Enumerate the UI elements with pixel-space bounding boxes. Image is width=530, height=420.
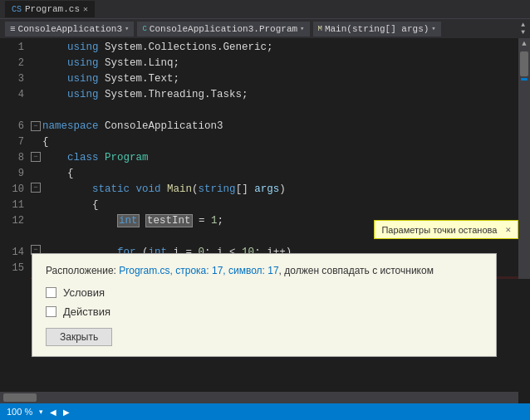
line-num-10: 10 [0,182,24,198]
conditions-label: Условия [63,286,105,299]
conditions-checkbox[interactable] [46,287,56,298]
popup-close-button[interactable]: Закрыть [46,328,112,346]
scroll-thumb[interactable] [520,51,528,76]
code-line-9: { [42,166,530,182]
collapse-column: − − − − [29,38,42,279]
scroll-down-icon[interactable]: ▼ [521,29,525,36]
breadcrumb-bar: ≡ ConsoleApplication3 ▾ C ConsoleApplica… [0,18,530,38]
file-tab[interactable]: CS Program.cs ✕ [5,1,95,17]
line-num-5 [0,103,24,119]
tab-filename: Program.cs [25,4,80,14]
scroll-up-icon[interactable]: ▲ [521,22,525,28]
breadcrumb-namespace-icon: ≡ [10,24,16,34]
scroll-position-indicator [521,78,528,81]
line-num-8: 8 [0,150,24,166]
line-num-16: 16 [0,276,24,279]
location-suffix: , должен совпадать с источником [279,265,434,276]
breadcrumb-method-chevron: ▾ [431,24,435,33]
line-numbers: 1 2 3 4 6 7 8 9 10 11 12 14 15 16 [0,38,29,279]
horizontal-scrollbar[interactable] [0,392,518,403]
actions-row: Действия [46,305,483,318]
actions-checkbox[interactable] [46,306,56,317]
popup-buttons: Закрыть [46,325,483,346]
code-line-4: using System.Threading.Tasks; [42,87,530,103]
breadcrumb-class-chevron: ▾ [300,24,304,33]
location-link[interactable]: Program.cs, строка: 17, символ: 17 [119,265,278,276]
line-num-6: 6 [0,119,24,134]
code-line-1: using System.Collections.Generic; [42,40,530,56]
code-line-10: static void Main(string[] args) [42,182,530,198]
breadcrumb-class-label: ConsoleApplication3.Program [150,24,297,34]
breadcrumb-namespace-label: ConsoleApplication3 [18,24,122,34]
line-num-13 [0,229,24,245]
code-line-11: { [42,198,530,213]
actions-label: Действия [63,305,110,318]
code-editor[interactable]: 1 2 3 4 6 7 8 9 10 11 12 14 15 16 − − − … [0,38,530,279]
line-num-14: 14 [0,245,24,261]
collapse-method[interactable]: − [31,183,41,193]
title-bar: CS Program.cs ✕ [0,0,530,18]
breadcrumb-scroll-buttons[interactable]: ▲ ▼ [521,22,525,36]
breakpoint-location: Расположение: Program.cs, строка: 17, си… [46,264,483,278]
scroll-up-button[interactable]: ▲ [522,38,526,50]
tab-close-button[interactable]: ✕ [83,4,88,14]
breakpoint-tooltip-text: Параметры точки останова [381,225,497,235]
scroll-right-button[interactable]: ▶ [63,408,70,417]
code-line-6: namespace ConsoleApplication3 [42,119,530,134]
breadcrumb-class[interactable]: C ConsoleApplication3.Program ▾ [137,22,309,37]
code-line-2: using System.Linq; [42,56,530,71]
breakpoint-popup-content: Расположение: Program.cs, строка: 17, си… [32,254,496,356]
breadcrumb-method-label: Main(string[] args) [325,24,429,34]
horizontal-scroll-thumb[interactable] [3,393,37,402]
line-num-4: 4 [0,87,24,103]
zoom-dropdown-icon[interactable]: ▾ [39,408,43,416]
line-num-9: 9 [0,166,24,182]
line-num-2: 2 [0,56,24,71]
location-label: Расположение: [46,265,116,276]
breadcrumb-class-icon: C [142,25,146,33]
collapse-class[interactable]: − [31,152,41,162]
breadcrumb-namespace[interactable]: ≡ ConsoleApplication3 ▾ [5,22,134,37]
code-content[interactable]: using System.Collections.Generic; using … [42,38,530,279]
breadcrumb-method-icon: M [318,25,322,33]
line-num-15: 15 [0,261,24,276]
breadcrumb-chevron: ▾ [125,24,129,33]
collapse-namespace[interactable]: − [31,121,41,131]
status-bar: 100 % ▾ ◀ ▶ [0,403,530,420]
file-icon: CS [12,5,22,14]
line-num-1: 1 [0,40,24,56]
line-num-7: 7 [0,134,24,150]
breakpoint-tooltip: Параметры точки останова ✕ [374,220,518,239]
code-line-3: using System.Text; [42,71,530,87]
breakpoint-tooltip-close[interactable]: ✕ [505,224,511,235]
vertical-scrollbar[interactable]: ▲ [518,38,530,279]
conditions-row: Условия [46,286,483,299]
breakpoint-settings-popup: Расположение: Program.cs, строка: 17, си… [32,253,497,357]
breadcrumb-method[interactable]: M Main(string[] args) ▾ [313,22,441,37]
zoom-level: 100 % [7,407,32,417]
code-line-5 [42,103,530,119]
line-num-3: 3 [0,71,24,87]
line-num-12: 12 [0,213,24,229]
code-line-7: { [42,134,530,150]
line-num-11: 11 [0,198,24,213]
code-line-8: class Program [42,150,530,166]
scroll-left-button[interactable]: ◀ [50,408,56,417]
